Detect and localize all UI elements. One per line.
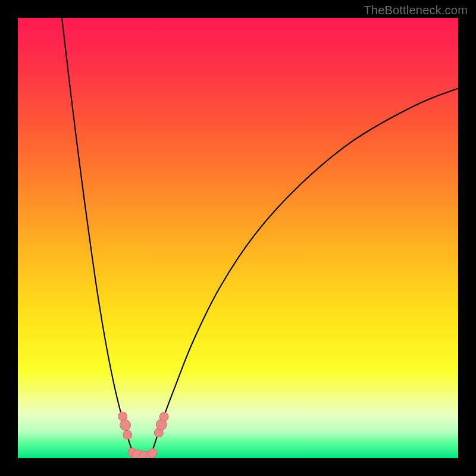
- plot-area: [18, 18, 458, 458]
- bottleneck-curve: [18, 18, 458, 458]
- curve-right-branch: [150, 88, 458, 458]
- chart-frame: TheBottleneck.com: [0, 0, 476, 476]
- watermark-text: TheBottleneck.com: [364, 4, 468, 17]
- curve-left-branch: [62, 18, 134, 458]
